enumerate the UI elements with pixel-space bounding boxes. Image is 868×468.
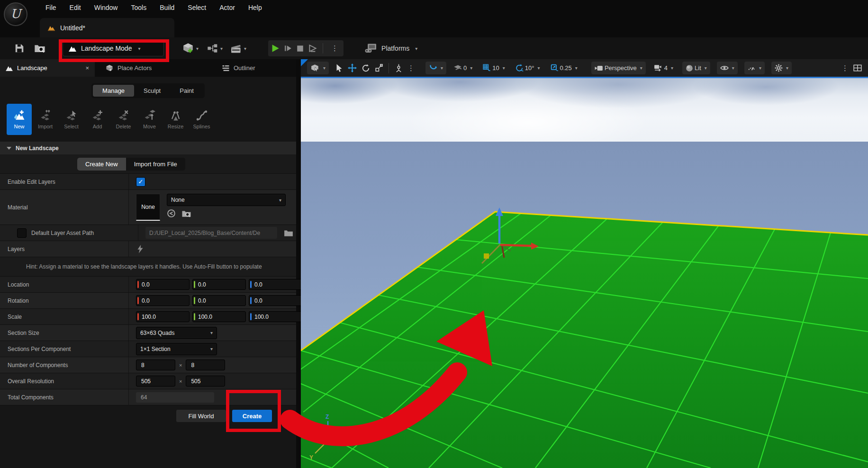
material-dropdown[interactable]: None ▾ [167,194,286,206]
tool-new[interactable]: New [7,104,32,135]
transform-options-icon[interactable]: ⋮ [405,64,417,72]
tool-delete[interactable]: Delete [111,104,136,135]
menu-edit[interactable]: Edit [63,4,88,11]
menu-window[interactable]: Window [88,4,125,11]
enable-edit-layers-checkbox[interactable]: ✓ [136,177,145,187]
location-y-input[interactable]: 0.0 [192,279,246,290]
use-selected-asset-icon[interactable] [167,209,176,218]
resolution-x-input[interactable]: 505 [136,376,175,387]
viewport-scene[interactable]: Z X Y [301,77,868,468]
add-actor-icon[interactable]: ▾ [182,43,199,54]
menu-tools[interactable]: Tools [124,4,153,11]
camera-speed-toggle[interactable]: 4 ▾ [651,62,676,74]
viewport-options-icon[interactable]: ⋮ [839,64,851,72]
tab-manage[interactable]: Manage [93,85,134,97]
scale-z-input[interactable]: 100.0 [249,311,302,322]
quad-layout-icon[interactable] [851,62,864,74]
menu-build[interactable]: Build [153,4,181,11]
menu-file[interactable]: File [39,4,63,11]
asset-tab-bar: Untitled* [0,15,868,37]
scale-tool-icon[interactable] [372,62,385,74]
view-mode-dropdown[interactable]: Lit ▾ [682,62,710,74]
camera-speed-value: 4 [664,64,668,72]
create-new-tab[interactable]: Create New [77,158,126,171]
launch-button[interactable] [308,45,317,52]
landscape-scene: Z X Y [301,77,868,468]
fill-world-button[interactable]: Fill World [176,410,226,422]
tool-move[interactable]: Move [137,104,162,135]
transform-space-icon[interactable] [392,62,405,74]
tab-paint[interactable]: Paint [170,85,203,97]
select-tool-icon[interactable] [333,62,345,74]
scale-snap-toggle[interactable]: 0.25 ▾ [548,62,580,74]
location-x-input[interactable]: 0.0 [136,279,190,290]
viewport-toolbar: ▾ ⋮ [301,59,868,77]
show-flags-dropdown[interactable]: ▾ [717,62,738,74]
play-options-icon[interactable]: ⋮ [329,44,341,53]
location-z-input[interactable]: 0.0 [249,279,302,290]
sections-per-component-dropdown[interactable]: 1×1 Section ▾ [136,343,217,355]
row-sections-per-component: Sections Per Component 1×1 Section ▾ [0,341,296,357]
tool-select[interactable]: Select [59,104,84,135]
rotation-z-input[interactable]: 0.0 [249,295,302,306]
section-size-dropdown[interactable]: 63×63 Quads ▾ [136,327,217,339]
default-layer-path-checkbox[interactable] [17,228,27,238]
folder-picker-icon[interactable] [284,229,293,237]
row-default-layer-asset-path: Default Layer Asset Path D:/UEP_Local_20… [0,225,296,241]
rotate-tool-icon[interactable] [359,62,372,74]
asset-tab-untitled[interactable]: Untitled* [40,18,174,37]
rotation-y-input[interactable]: 0.0 [192,295,246,306]
performance-dropdown[interactable]: ▾ [744,62,765,74]
landscape-mode-tabs: Manage Sculpt Paint [91,83,205,98]
material-thumbnail[interactable]: None [136,194,160,221]
annotation-box-landscape-mode [59,39,169,62]
stop-button[interactable] [297,45,304,52]
content-browser-icon[interactable] [34,43,45,54]
row-scale: Scale 100.0 100.0 100.0 [0,309,296,325]
viewport-settings-dropdown[interactable]: ▾ [771,62,792,74]
tool-resize[interactable]: Resize [163,104,188,135]
unreal-logo-icon[interactable]: U [4,2,27,26]
tool-add[interactable]: Add [85,104,110,135]
menu-help[interactable]: Help [242,4,269,11]
resolution-y-input[interactable]: 505 [186,376,225,387]
components-y-input[interactable]: 8 [186,360,225,370]
new-landscape-header[interactable]: New Landscape [0,142,296,154]
platforms-dropdown[interactable]: Platforms ▾ [364,43,417,54]
default-layer-path-field[interactable]: D:/UEP_Local_2025/Blog_Base/Content/De [145,227,277,239]
browse-to-asset-icon[interactable] [181,209,191,218]
save-icon[interactable] [14,43,25,54]
menu-actor[interactable]: Actor [213,4,242,11]
grid-snap-toggle[interactable]: 10 ▾ [480,62,507,74]
rotation-snap-value: 10° [525,64,534,72]
platforms-icon [364,43,378,54]
actor-snap-toggle[interactable]: 0 ▾ [451,62,475,74]
move-tool-icon[interactable] [345,62,359,74]
tab-sculpt[interactable]: Sculpt [134,85,170,97]
tool-import[interactable]: Import [33,104,58,135]
chevron-down-icon: ▾ [210,346,213,351]
blueprints-icon[interactable]: ▾ [207,44,223,53]
tool-splines[interactable]: Splines [189,104,214,135]
asset-tab-title: Untitled* [60,24,85,32]
play-button[interactable] [271,44,280,53]
rotation-snap-toggle[interactable]: 10° ▾ [513,62,542,74]
rotation-x-input[interactable]: 0.0 [136,295,190,306]
perspective-label: Perspective [605,64,637,72]
selection-mode-dropdown[interactable]: ▾ [307,62,329,74]
components-x-input[interactable]: 8 [136,360,175,370]
scale-x-input[interactable]: 100.0 [136,311,190,322]
auto-fill-layers-icon[interactable] [136,244,145,254]
menu-bar: U File Edit Window Tools Build Select Ac… [0,0,868,15]
landscape-plane [301,212,868,468]
scale-y-input[interactable]: 100.0 [192,311,246,322]
close-tab-icon[interactable]: × [85,64,89,72]
frame-skip-button[interactable] [284,45,292,52]
perspective-dropdown[interactable]: Perspective ▾ [591,62,646,74]
menu-select[interactable]: Select [181,4,213,11]
surface-snapping-dropdown[interactable]: ▾ [425,62,446,74]
tab-outliner[interactable]: Outliner [216,59,261,77]
import-from-file-tab[interactable]: Import from File [126,158,185,171]
cinematics-icon[interactable]: ▾ [230,44,246,54]
row-overall-resolution: Overall Resolution 505 × 505 [0,373,296,389]
